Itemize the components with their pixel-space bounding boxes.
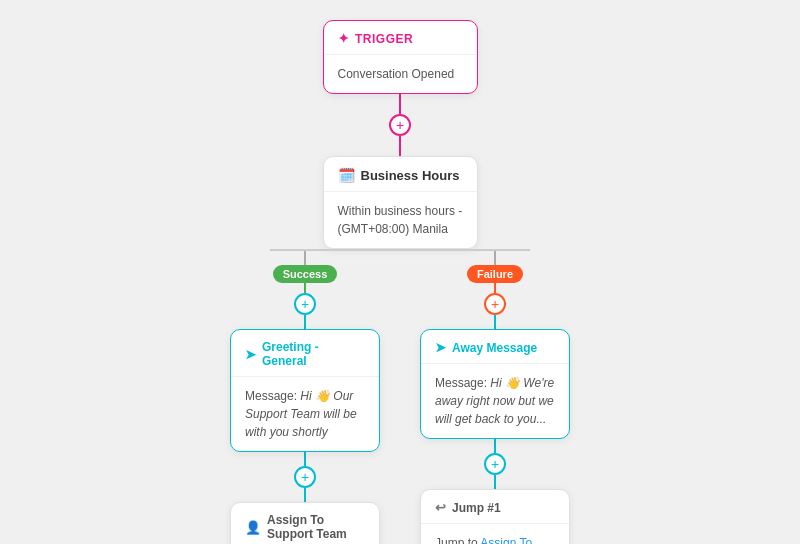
assign-header: 👤 Assign To Support Team bbox=[231, 503, 379, 544]
away-connector-2 bbox=[494, 475, 496, 489]
greeting-body: Message: Hi 👋 Our Support Team will be w… bbox=[231, 377, 379, 451]
away-connector bbox=[494, 439, 496, 453]
add-btn-1[interactable]: + bbox=[389, 114, 411, 136]
greeting-text: Message: Hi 👋 Our Support Team will be w… bbox=[245, 389, 357, 439]
connector-1 bbox=[399, 94, 401, 114]
assign-title: Assign To Support Team bbox=[267, 513, 365, 541]
trigger-header: ✦ Trigger bbox=[324, 21, 477, 55]
jump-text-prefix: Jump to bbox=[435, 536, 480, 544]
greeting-connector bbox=[304, 452, 306, 466]
biz-title: Business Hours bbox=[361, 168, 460, 183]
success-branch: Success + ➤ Greeting - General Message: … bbox=[210, 249, 400, 544]
jump-icon: ↩ bbox=[435, 500, 446, 515]
away-card[interactable]: ➤ Away Message Message: Hi 👋 We're away … bbox=[420, 329, 570, 439]
trigger-body: Conversation Opened bbox=[324, 55, 477, 93]
biz-hours-card[interactable]: 🗓️ Business Hours Within business hours … bbox=[323, 156, 478, 249]
left-vert-3 bbox=[304, 315, 306, 329]
greeting-card[interactable]: ➤ Greeting - General Message: Hi 👋 Our S… bbox=[230, 329, 380, 452]
jump-body: Jump to Assign To Support Team bbox=[421, 524, 569, 544]
biz-icon: 🗓️ bbox=[338, 167, 355, 183]
jump-header: ↩ Jump #1 bbox=[421, 490, 569, 524]
flow-container: ✦ Trigger Conversation Opened + 🗓️ Busin… bbox=[0, 0, 800, 544]
biz-body: Within business hours - (GMT+08:00) Mani… bbox=[324, 192, 477, 248]
jump-card[interactable]: ↩ Jump #1 Jump to Assign To Support Team bbox=[420, 489, 570, 544]
trigger-title: Trigger bbox=[355, 32, 413, 46]
success-badge: Success bbox=[273, 265, 338, 283]
assign-icon: 👤 bbox=[245, 520, 261, 535]
right-vert-1 bbox=[494, 249, 496, 265]
greeting-connector-2 bbox=[304, 488, 306, 502]
jump-title: Jump #1 bbox=[452, 501, 501, 515]
add-btn-greeting[interactable]: + bbox=[294, 466, 316, 488]
trigger-card[interactable]: ✦ Trigger Conversation Opened bbox=[323, 20, 478, 94]
right-vert-3 bbox=[494, 315, 496, 329]
greeting-icon: ➤ bbox=[245, 347, 256, 362]
away-text: Message: Hi 👋 We're away right now but w… bbox=[435, 376, 554, 426]
left-vert-2 bbox=[304, 283, 306, 293]
away-body: Message: Hi 👋 We're away right now but w… bbox=[421, 364, 569, 438]
add-btn-away[interactable]: + bbox=[484, 453, 506, 475]
trigger-value: Conversation Opened bbox=[338, 67, 455, 81]
away-icon: ➤ bbox=[435, 340, 446, 355]
away-title: Away Message bbox=[452, 341, 537, 355]
failure-badge: Failure bbox=[467, 265, 523, 283]
failure-branch: Failure + ➤ Away Message Message: Hi 👋 W… bbox=[400, 249, 590, 544]
left-vert-1 bbox=[304, 249, 306, 265]
add-btn-success[interactable]: + bbox=[294, 293, 316, 315]
biz-header: 🗓️ Business Hours bbox=[324, 157, 477, 192]
assign-card[interactable]: 👤 Assign To Support Team Assigned to use… bbox=[230, 502, 380, 544]
connector-2 bbox=[399, 136, 401, 156]
add-btn-failure[interactable]: + bbox=[484, 293, 506, 315]
biz-value: Within business hours - (GMT+08:00) Mani… bbox=[338, 204, 463, 236]
greeting-header: ➤ Greeting - General bbox=[231, 330, 379, 377]
trigger-icon: ✦ bbox=[338, 31, 350, 46]
right-vert-2 bbox=[494, 283, 496, 293]
greeting-title: Greeting - General bbox=[262, 340, 365, 368]
away-header: ➤ Away Message bbox=[421, 330, 569, 364]
